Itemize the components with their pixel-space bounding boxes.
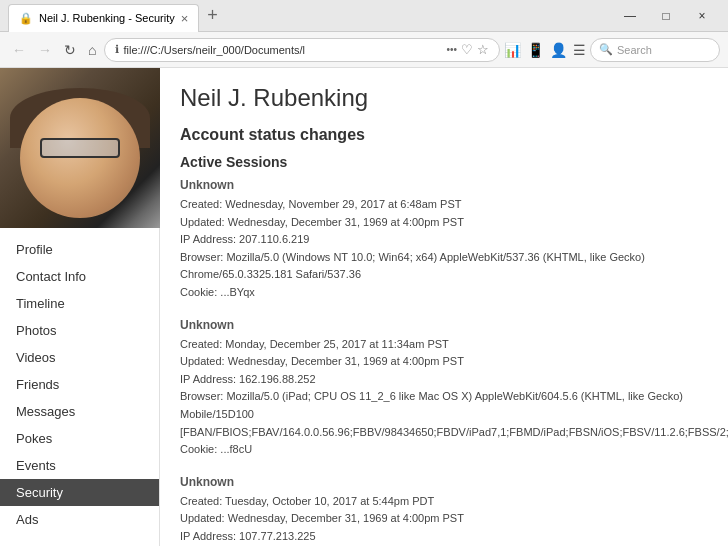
session-3-details: Created: Tuesday, October 10, 2017 at 5:… <box>180 493 708 546</box>
sidebar-item-security[interactable]: Security <box>0 479 159 506</box>
session-3-created: Created: Tuesday, October 10, 2017 at 5:… <box>180 493 708 511</box>
sidebar-item-ads[interactable]: Ads <box>0 506 159 533</box>
session-2-created: Created: Monday, December 25, 2017 at 11… <box>180 336 708 354</box>
address-text: file:///C:/Users/neilr_000/Documents/l <box>123 44 442 56</box>
avatar-glasses <box>40 138 120 158</box>
toolbar-chart-icon: 📊 <box>504 42 521 58</box>
session-1-label: Unknown <box>180 178 708 192</box>
session-1-created: Created: Wednesday, November 29, 2017 at… <box>180 196 708 214</box>
toolbar-person-icon: 👤 <box>550 42 567 58</box>
active-sessions-title: Active Sessions <box>180 154 708 170</box>
avatar-face <box>20 98 140 218</box>
sidebar-item-profile[interactable]: Profile <box>0 236 159 263</box>
page-layout: Profile Contact Info Timeline Photos Vid… <box>0 68 728 546</box>
search-placeholder: Search <box>617 44 652 56</box>
sidebar-item-pokes[interactable]: Pokes <box>0 425 159 452</box>
session-3-label: Unknown <box>180 475 708 489</box>
sidebar-nav: Profile Contact Info Timeline Photos Vid… <box>0 228 159 541</box>
toolbar-device-icon: 📱 <box>527 42 544 58</box>
browser-titlebar: 🔒 Neil J. Rubenking - Security × + — □ × <box>0 0 728 32</box>
minimize-button[interactable]: — <box>612 2 648 30</box>
sidebar: Profile Contact Info Timeline Photos Vid… <box>0 68 160 546</box>
session-2-details: Created: Monday, December 25, 2017 at 11… <box>180 336 708 459</box>
sidebar-item-friends[interactable]: Friends <box>0 371 159 398</box>
toolbar-icons: 📊 📱 👤 ☰ <box>504 42 586 58</box>
address-bar[interactable]: ℹ file:///C:/Users/neilr_000/Documents/l… <box>104 38 500 62</box>
tab-title: Neil J. Rubenking - Security <box>39 12 175 24</box>
session-2-ip: IP Address: 162.196.88.252 <box>180 371 708 389</box>
main-content: Neil J. Rubenking Account status changes… <box>160 68 728 546</box>
lock-icon: ℹ <box>115 43 119 56</box>
home-button[interactable]: ⌂ <box>84 40 100 60</box>
sidebar-item-messages[interactable]: Messages <box>0 398 159 425</box>
close-button[interactable]: × <box>684 2 720 30</box>
sidebar-item-contact-info[interactable]: Contact Info <box>0 263 159 290</box>
session-2-updated: Updated: Wednesday, December 31, 1969 at… <box>180 353 708 371</box>
sidebar-item-photos[interactable]: Photos <box>0 317 159 344</box>
tab-icon: 🔒 <box>19 12 33 25</box>
session-2-label: Unknown <box>180 318 708 332</box>
session-3-updated: Updated: Wednesday, December 31, 1969 at… <box>180 510 708 528</box>
browser-tab[interactable]: 🔒 Neil J. Rubenking - Security × <box>8 4 199 32</box>
toolbar-menu-icon[interactable]: ☰ <box>573 42 586 58</box>
tab-close-button[interactable]: × <box>181 11 189 26</box>
account-status-title: Account status changes <box>180 126 708 144</box>
session-1-updated: Updated: Wednesday, December 31, 1969 at… <box>180 214 708 232</box>
session-2-cookie: Cookie: ...f8cU <box>180 441 708 459</box>
browser-toolbar: ← → ↻ ⌂ ℹ file:///C:/Users/neilr_000/Doc… <box>0 32 728 68</box>
session-1-cookie: Cookie: ...BYqx <box>180 284 708 302</box>
sidebar-item-events[interactable]: Events <box>0 452 159 479</box>
session-1-browser: Browser: Mozilla/5.0 (Windows NT 10.0; W… <box>180 249 708 284</box>
window-controls: — □ × <box>612 2 720 30</box>
user-name: Neil J. Rubenking <box>180 84 708 112</box>
search-bar[interactable]: 🔍 Search <box>590 38 720 62</box>
forward-button[interactable]: → <box>34 40 56 60</box>
sidebar-item-videos[interactable]: Videos <box>0 344 159 371</box>
profile-image <box>0 68 160 228</box>
sidebar-item-timeline[interactable]: Timeline <box>0 290 159 317</box>
back-button[interactable]: ← <box>8 40 30 60</box>
session-block-1: Unknown Created: Wednesday, November 29,… <box>180 178 708 302</box>
address-more-button[interactable]: ••• <box>446 44 457 55</box>
refresh-button[interactable]: ↻ <box>60 40 80 60</box>
session-3-ip: IP Address: 107.77.213.225 <box>180 528 708 546</box>
session-block-2: Unknown Created: Monday, December 25, 20… <box>180 318 708 459</box>
session-block-3: Unknown Created: Tuesday, October 10, 20… <box>180 475 708 546</box>
new-tab-button[interactable]: + <box>199 5 226 26</box>
search-icon: 🔍 <box>599 43 613 56</box>
star-icon: ☆ <box>477 42 489 57</box>
maximize-button[interactable]: □ <box>648 2 684 30</box>
session-1-ip: IP Address: 207.110.6.219 <box>180 231 708 249</box>
bookmark-icon: ♡ <box>461 42 473 57</box>
session-1-details: Created: Wednesday, November 29, 2017 at… <box>180 196 708 302</box>
session-2-browser: Browser: Mozilla/5.0 (iPad; CPU OS 11_2_… <box>180 388 708 441</box>
